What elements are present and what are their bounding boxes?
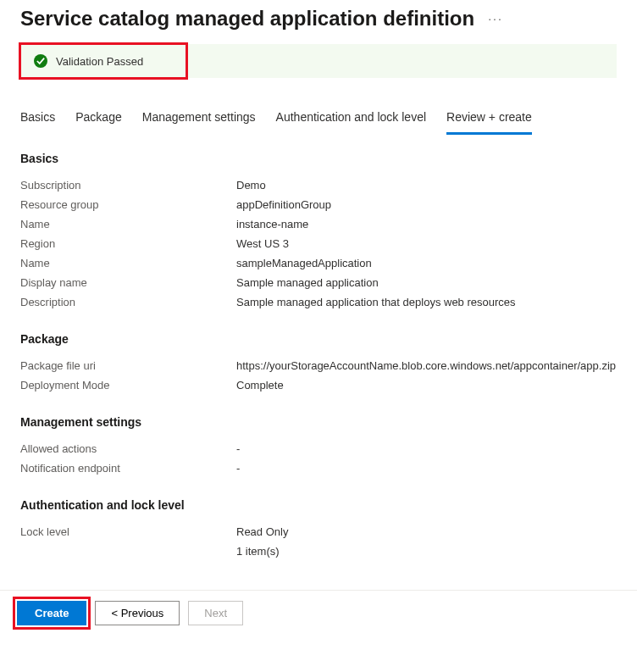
validation-banner: Validation Passed <box>20 44 617 78</box>
tabs: Basics Package Management settings Authe… <box>0 105 637 135</box>
section-title-management: Management settings <box>20 415 617 429</box>
value-resource-group: appDefinitionGroup <box>236 198 617 211</box>
value-display-name: Sample managed application <box>236 276 617 289</box>
validation-message: Validation Passed <box>56 55 143 68</box>
section-title-package: Package <box>20 332 617 346</box>
tab-package[interactable]: Package <box>75 105 121 135</box>
label-name: Name <box>20 218 236 230</box>
section-basics: Basics SubscriptionDemo Resource groupap… <box>20 152 617 312</box>
value-region: West US 3 <box>236 237 617 250</box>
label-subscription: Subscription <box>20 179 236 192</box>
value-allowed-actions: - <box>236 442 617 455</box>
footer: Create < Previous Next <box>0 590 637 636</box>
label-description: Description <box>20 296 236 308</box>
next-button: Next <box>188 601 243 625</box>
page-title: Service catalog managed application defi… <box>20 7 474 31</box>
label-display-name: Display name <box>20 276 236 289</box>
label-name2: Name <box>20 257 236 269</box>
label-deployment-mode: Deployment Mode <box>20 379 236 392</box>
label-region: Region <box>20 237 236 250</box>
value-lock-level: Read Only <box>236 525 617 538</box>
create-button[interactable]: Create <box>17 601 86 625</box>
value-items: 1 item(s) <box>236 545 617 558</box>
label-items <box>20 545 236 558</box>
check-circle-icon <box>34 54 47 68</box>
section-package: Package Package file urihttps://yourStor… <box>20 332 617 395</box>
section-title-basics: Basics <box>20 152 617 165</box>
value-notification-endpoint: - <box>236 462 617 475</box>
value-deployment-mode: Complete <box>236 379 617 392</box>
tab-basics[interactable]: Basics <box>20 105 55 135</box>
tab-authentication[interactable]: Authentication and lock level <box>276 105 426 135</box>
label-notification-endpoint: Notification endpoint <box>20 462 236 475</box>
label-resource-group: Resource group <box>20 198 236 211</box>
value-name2: sampleManagedApplication <box>236 257 617 269</box>
label-allowed-actions: Allowed actions <box>20 442 236 455</box>
section-title-authentication: Authentication and lock level <box>20 498 617 512</box>
tab-review-create[interactable]: Review + create <box>446 105 532 135</box>
value-description: Sample managed application that deploys … <box>236 296 617 308</box>
tab-management-settings[interactable]: Management settings <box>142 105 256 135</box>
value-name: instance-name <box>236 218 617 230</box>
label-package-uri: Package file uri <box>20 359 236 372</box>
value-package-uri: https://yourStorageAccountName.blob.core… <box>236 359 617 372</box>
section-management: Management settings Allowed actions- Not… <box>20 415 617 478</box>
value-subscription: Demo <box>236 179 617 192</box>
label-lock-level: Lock level <box>20 525 236 538</box>
more-icon[interactable]: ··· <box>488 12 503 25</box>
previous-button[interactable]: < Previous <box>95 601 180 625</box>
section-authentication: Authentication and lock level Lock level… <box>20 498 617 561</box>
